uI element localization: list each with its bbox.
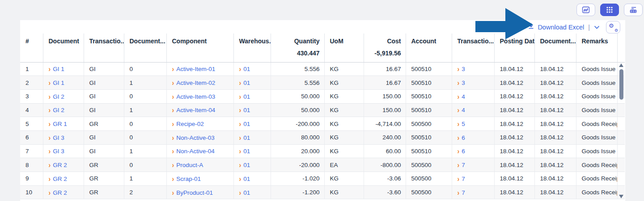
- cell-cost: -4,714.00: [364, 117, 406, 131]
- warehouse-link[interactable]: 01: [243, 189, 250, 196]
- page: Download Excel | ⚙ ⚙ #DocumentTransactio…: [0, 0, 644, 201]
- cell-doc_date: 18.04.12: [534, 76, 576, 90]
- cell-warehouse: ›01: [233, 172, 271, 186]
- chevron-right-icon: ›: [49, 161, 51, 169]
- document-link[interactable]: GI 2: [53, 93, 64, 100]
- trans_doc-link[interactable]: 4: [462, 107, 465, 113]
- component-link[interactable]: Product-A: [176, 162, 203, 168]
- cell-doc_item: 0: [124, 130, 166, 144]
- document-link[interactable]: GI 1: [53, 80, 64, 86]
- cell-idx: 4: [20, 103, 43, 117]
- column-total-posting_date: [494, 49, 534, 62]
- warehouse-link[interactable]: 01: [243, 80, 250, 86]
- component-link[interactable]: ByProduct-01: [176, 189, 213, 196]
- chevron-right-icon: ›: [49, 92, 51, 100]
- component-link[interactable]: Scrap-01: [176, 176, 201, 182]
- warehouse-link[interactable]: 01: [243, 66, 250, 72]
- scrollbar-up-arrow-icon[interactable]: [619, 63, 623, 67]
- document-link[interactable]: GR 2: [53, 189, 67, 196]
- cell-uom: KG: [324, 62, 364, 76]
- scrollbar-thumb[interactable]: [619, 69, 623, 100]
- download-excel-button[interactable]: Download Excel |: [528, 23, 600, 31]
- cell-component: ›Non-Active-04: [166, 144, 233, 158]
- cell-remarks: Goods Issue: [576, 103, 617, 117]
- chevron-right-icon: ›: [172, 161, 174, 169]
- scrollbar-down-arrow-icon[interactable]: [619, 195, 623, 198]
- cell-document: ›GR 1: [43, 117, 84, 131]
- table-settings-button[interactable]: ⚙ ⚙: [606, 21, 620, 34]
- column-header-component[interactable]: Component: [166, 34, 233, 49]
- column-header-trans_type[interactable]: Transactio...: [84, 34, 124, 49]
- table-view-button[interactable]: [600, 4, 619, 16]
- cell-component: ›Active-Item-04: [166, 103, 233, 117]
- cell-doc_date: 18.04.12: [534, 130, 576, 144]
- trans_doc-link[interactable]: 5: [462, 121, 465, 127]
- trans_doc-link[interactable]: 7: [462, 162, 465, 168]
- document-link[interactable]: GI 2: [53, 107, 64, 113]
- component-link[interactable]: Non-Active-04: [176, 148, 215, 155]
- column-header-posting_date[interactable]: Posting Date: [494, 34, 534, 49]
- chart-table-view-button[interactable]: [624, 4, 643, 16]
- trans_doc-link[interactable]: 6: [462, 148, 465, 155]
- chevron-right-icon: ›: [172, 188, 174, 196]
- cell-doc_date: 18.04.12: [534, 172, 576, 186]
- cell-idx: 5: [20, 117, 43, 131]
- trans_doc-link[interactable]: 3: [462, 66, 465, 72]
- chevron-right-icon: ›: [458, 79, 460, 87]
- trans_doc-link[interactable]: 7: [462, 176, 465, 182]
- cell-component: ›Active-Item-03: [166, 89, 233, 103]
- warehouse-link[interactable]: 01: [243, 93, 250, 100]
- column-header-remarks[interactable]: Remarks: [576, 34, 617, 49]
- document-link[interactable]: GR 2: [53, 176, 67, 182]
- column-header-document[interactable]: Document: [43, 34, 84, 49]
- trans_doc-link[interactable]: 7: [462, 189, 465, 196]
- component-link[interactable]: Active-Item-04: [176, 107, 215, 113]
- column-header-account[interactable]: Account: [406, 34, 452, 49]
- cell-document: ›GI 1: [43, 62, 84, 76]
- trans_doc-link[interactable]: 3: [462, 80, 465, 86]
- table-card: Download Excel | ⚙ ⚙ #DocumentTransactio…: [20, 20, 625, 201]
- cell-document: ›GR 2: [43, 185, 84, 199]
- warehouse-link[interactable]: 01: [243, 107, 250, 113]
- warehouse-link[interactable]: 01: [243, 162, 250, 168]
- cell-posting_date: 18.04.12: [494, 130, 534, 144]
- document-link[interactable]: GR 2: [53, 162, 67, 168]
- chart-view-button[interactable]: [576, 4, 595, 16]
- cell-remarks: Goods Issue: [576, 130, 617, 144]
- column-total-trans_type: [84, 49, 124, 62]
- chevron-right-icon: ›: [239, 147, 242, 155]
- download-icon: [528, 23, 534, 31]
- component-link[interactable]: Recipe-02: [176, 121, 204, 127]
- document-link[interactable]: GI 3: [53, 134, 64, 141]
- cell-quantity: 5.556: [271, 76, 324, 90]
- cell-trans_doc: ›3: [452, 76, 494, 90]
- warehouse-link[interactable]: 01: [243, 121, 250, 127]
- cell-account: 500510: [406, 103, 452, 117]
- column-header-uom[interactable]: UoM: [324, 34, 364, 49]
- trans_doc-link[interactable]: 4: [462, 93, 465, 100]
- document-link[interactable]: GI 3: [53, 148, 64, 155]
- chevron-down-icon[interactable]: [594, 23, 600, 31]
- column-header-idx[interactable]: #: [20, 34, 43, 49]
- document-link[interactable]: GR 1: [53, 121, 67, 127]
- column-header-cost[interactable]: Cost: [364, 34, 406, 49]
- column-header-quantity[interactable]: Quantity: [271, 34, 324, 49]
- column-header-trans_doc[interactable]: Transactio...: [452, 34, 494, 49]
- component-link[interactable]: Active-Item-03: [176, 93, 215, 100]
- trans_doc-link[interactable]: 6: [462, 134, 465, 141]
- component-link[interactable]: Active-Item-01: [176, 66, 215, 72]
- warehouse-link[interactable]: 01: [243, 148, 250, 155]
- chevron-right-icon: ›: [172, 175, 174, 183]
- component-link[interactable]: Non-Active-03: [176, 134, 215, 141]
- document-link[interactable]: GI 1: [53, 66, 64, 72]
- warehouse-link[interactable]: 01: [243, 134, 250, 141]
- vertical-scrollbar[interactable]: [619, 63, 624, 199]
- cell-account: 500500: [406, 158, 452, 172]
- column-header-doc_date[interactable]: Document...: [534, 34, 576, 49]
- column-header-warehouse[interactable]: Warehous...: [233, 34, 271, 49]
- column-header-doc_item[interactable]: Document...: [124, 34, 166, 49]
- cell-remarks: Goods Issue: [576, 89, 617, 103]
- cell-quantity: -200.000: [271, 117, 324, 131]
- warehouse-link[interactable]: 01: [243, 176, 250, 182]
- component-link[interactable]: Active-Item-02: [176, 80, 215, 86]
